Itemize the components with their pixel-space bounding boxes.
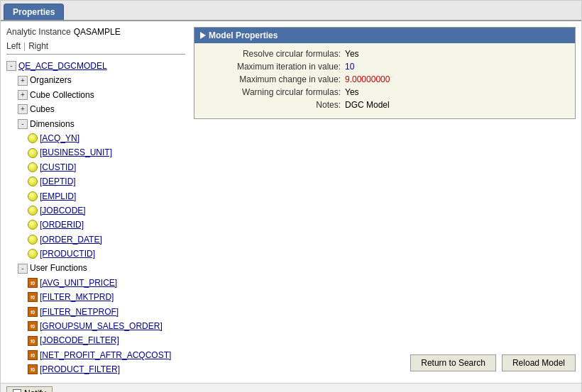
tree-item-dimensions[interactable]: -Dimensions <box>6 117 185 131</box>
tree-link-filter_mktprd[interactable]: [FILTER_MKTPRD] <box>40 290 114 304</box>
expand-icon-cube_collections[interactable]: + <box>18 90 28 100</box>
prop-value-2: 9.00000000 <box>345 74 390 84</box>
model-properties-title: Model Properties <box>209 30 278 40</box>
tree-label-user_functions: User Functions <box>30 261 87 275</box>
model-properties-body: Resolve circular formulas:YesMaximum ite… <box>194 43 575 118</box>
notify-icon <box>13 389 21 392</box>
prop-value-0: Yes <box>345 49 359 59</box>
bullet-icon-orderid <box>28 220 38 230</box>
tree-item-order_date[interactable]: [ORDER_DATE] <box>6 233 185 247</box>
notify-button[interactable]: Notify <box>6 386 53 392</box>
bottom-area: Return to Search Reload Model <box>194 125 576 377</box>
func-icon-product_filter: f0 <box>28 364 38 374</box>
tree-link-order_date[interactable]: [ORDER_DATE] <box>40 233 102 247</box>
model-properties-header: Model Properties <box>194 28 575 43</box>
tree-link-product_filter[interactable]: [PRODUCT_FILTER] <box>40 362 120 376</box>
tree-item-product_filter[interactable]: f0[PRODUCT_FILTER] <box>6 362 185 376</box>
bullet-icon-business_unit <box>28 148 38 158</box>
bullet-icon-order_date <box>28 235 38 245</box>
tree-link-filter_netprof[interactable]: [FILTER_NETPROF] <box>40 305 119 319</box>
tree-item-net_profit_aftr_acqcost[interactable]: f0[NET_PROFIT_AFTR_ACQCOST] <box>6 348 185 362</box>
prop-row-1: Maximum iteration in value:10 <box>203 62 566 72</box>
collapse-icon-user_functions[interactable]: - <box>18 264 28 274</box>
left-panel: Analytic Instance QASAMPLE Left | Right … <box>6 27 191 377</box>
collapse-icon-dimensions[interactable]: - <box>18 119 28 129</box>
func-icon-jobcode_filter: f0 <box>28 336 38 346</box>
tree-item-cubes[interactable]: +Cubes <box>6 102 185 116</box>
tree-item-acq_yn[interactable]: [ACQ_YN] <box>6 131 185 145</box>
bullet-icon-jobcode <box>28 206 38 215</box>
tree-link-productid[interactable]: [PRODUCTID] <box>40 247 95 261</box>
tree-item-emplid[interactable]: [EMPLID] <box>6 189 185 203</box>
tree-item-jobcode_filter[interactable]: f0[JOBCODE_FILTER] <box>6 333 185 347</box>
tree-item-business_unit[interactable]: [BUSINESS_UNIT] <box>6 145 185 159</box>
tree-link-jobcode[interactable]: [JOBCODE] <box>40 203 86 218</box>
tree-label-cubes: Cubes <box>30 102 55 116</box>
tree-link-jobcode_filter[interactable]: [JOBCODE_FILTER] <box>40 333 119 347</box>
tree: - QE_ACE_DGCMODEL +Organizers+Cube Colle… <box>6 59 185 377</box>
right-panel: Model Properties Resolve circular formul… <box>191 27 576 377</box>
prop-label-2: Maximum change in value: <box>203 74 345 84</box>
bullet-icon-deptid <box>28 177 38 186</box>
expand-icon-cubes[interactable]: + <box>18 104 28 114</box>
tree-item-jobcode[interactable]: [JOBCODE] <box>6 203 185 218</box>
tree-root[interactable]: - QE_ACE_DGCMODEL <box>6 59 185 73</box>
analytic-instance-row: Analytic Instance QASAMPLE <box>6 27 185 37</box>
properties-tab[interactable]: Properties <box>4 4 64 20</box>
collapse-triangle-icon[interactable] <box>200 32 206 39</box>
tree-item-user_functions[interactable]: -User Functions <box>6 261 185 275</box>
prop-row-3: Warning circular formulas:Yes <box>203 87 566 97</box>
tree-link-groupsum_sales_order[interactable]: [GROUPSUM_SALES_ORDER] <box>40 319 163 333</box>
func-icon-groupsum_sales_order: f0 <box>28 321 38 331</box>
tab-header: Properties <box>1 1 581 21</box>
tree-link-deptid[interactable]: [DEPTID] <box>40 174 76 189</box>
tree-item-cube_collections[interactable]: +Cube Collections <box>6 88 185 102</box>
tree-item-orderid[interactable]: [ORDERID] <box>6 218 185 232</box>
bullet-icon-custid <box>28 162 38 172</box>
return-to-search-button[interactable]: Return to Search <box>410 354 496 371</box>
tree-link-net_profit_aftr_acqcost[interactable]: [NET_PROFIT_AFTR_ACQCOST] <box>40 348 171 362</box>
tree-item-deptid[interactable]: [DEPTID] <box>6 174 185 189</box>
tree-link-business_unit[interactable]: [BUSINESS_UNIT] <box>40 145 112 159</box>
tree-link-custid[interactable]: [CUSTID] <box>40 160 76 174</box>
func-icon-filter_mktprd: f0 <box>28 292 38 302</box>
prop-label-4: Notes: <box>203 100 345 110</box>
prop-value-4: DGC Model <box>345 100 390 110</box>
bullet-icon-acq_yn <box>28 133 38 143</box>
tree-items-container: +Organizers+Cube Collections+Cubes-Dimen… <box>6 73 185 376</box>
analytic-instance-value: QASAMPLE <box>74 27 121 37</box>
tree-item-custid[interactable]: [CUSTID] <box>6 160 185 174</box>
left-nav-link[interactable]: Left <box>6 41 21 51</box>
prop-label-0: Resolve circular formulas: <box>203 49 345 59</box>
prop-row-2: Maximum change in value:9.00000000 <box>203 74 566 84</box>
tree-item-filter_netprof[interactable]: f0[FILTER_NETPROF] <box>6 305 185 319</box>
tree-item-groupsum_sales_order[interactable]: f0[GROUPSUM_SALES_ORDER] <box>6 319 185 333</box>
root-link[interactable]: QE_ACE_DGCMODEL <box>18 59 107 73</box>
model-properties-box: Model Properties Resolve circular formul… <box>194 27 576 119</box>
right-nav-link[interactable]: Right <box>28 41 48 51</box>
expand-icon-organizers[interactable]: + <box>18 76 28 86</box>
bullet-icon-emplid <box>28 191 38 201</box>
root-expand-icon[interactable]: - <box>6 61 16 71</box>
tree-item-avg_unit_price[interactable]: f0[AVG_UNIT_PRICE] <box>6 276 185 290</box>
func-icon-avg_unit_price: f0 <box>28 278 38 288</box>
tree-link-orderid[interactable]: [ORDERID] <box>40 218 84 232</box>
nav-separator: | <box>23 41 26 51</box>
tree-item-productid[interactable]: [PRODUCTID] <box>6 247 185 261</box>
tree-label-cube_collections: Cube Collections <box>30 88 94 102</box>
button-row: Return to Search Reload Model <box>410 354 576 371</box>
prop-label-1: Maximum iteration in value: <box>203 62 345 72</box>
func-icon-net_profit_aftr_acqcost: f0 <box>28 350 38 360</box>
tree-link-acq_yn[interactable]: [ACQ_YN] <box>40 131 79 145</box>
tree-label-dimensions: Dimensions <box>30 117 75 131</box>
notify-label: Notify <box>24 388 46 392</box>
tree-item-organizers[interactable]: +Organizers <box>6 73 185 87</box>
func-icon-filter_netprof: f0 <box>28 307 38 317</box>
main-content: Analytic Instance QASAMPLE Left | Right … <box>1 21 581 383</box>
reload-model-button[interactable]: Reload Model <box>502 354 576 371</box>
footer: Notify <box>1 383 581 392</box>
analytic-instance-label: Analytic Instance <box>6 27 71 37</box>
tree-link-emplid[interactable]: [EMPLID] <box>40 189 76 203</box>
tree-link-avg_unit_price[interactable]: [AVG_UNIT_PRICE] <box>40 276 117 290</box>
tree-item-filter_mktprd[interactable]: f0[FILTER_MKTPRD] <box>6 290 185 304</box>
